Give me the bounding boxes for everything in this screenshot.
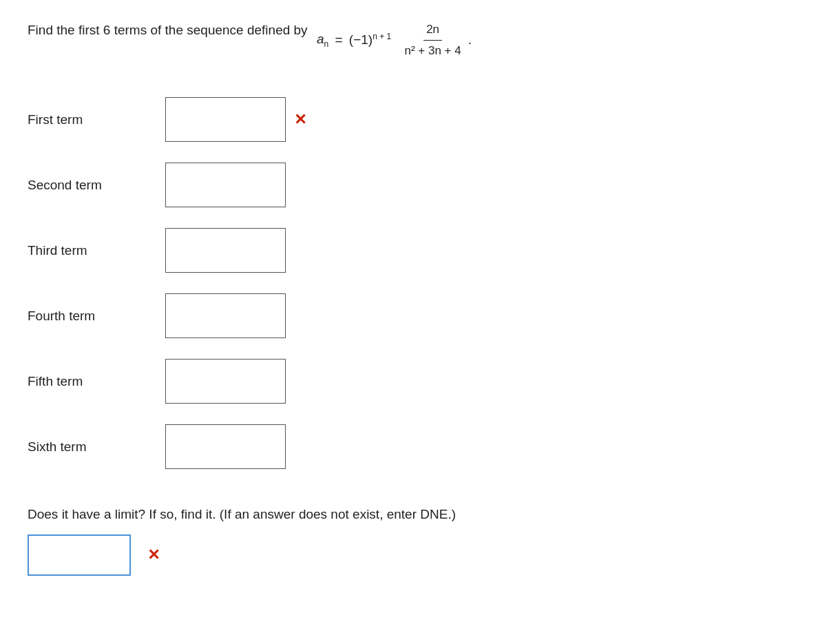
term-label-sixth: Sixth term: [28, 439, 165, 455]
term-input-second[interactable]: [165, 163, 286, 207]
formula-subscript-n: n: [324, 39, 328, 49]
term-input-fourth[interactable]: [165, 293, 286, 338]
problem-intro: Find the first 6 terms of the sequence d…: [28, 21, 308, 41]
math-formula: an = (−1)n + 1 2n n² + 3n + 4 .: [317, 21, 472, 59]
problem-statement: Find the first 6 terms of the sequence d…: [28, 21, 812, 59]
terms-grid: First term ✕ Second term Third term Four…: [28, 87, 812, 479]
term-label-second: Second term: [28, 178, 165, 193]
term-label-fourth: Fourth term: [28, 309, 165, 324]
term-label-first: First term: [28, 112, 165, 127]
term-input-third[interactable]: [165, 228, 286, 273]
x-mark-first: ✕: [294, 111, 306, 129]
limit-section: Does it have a limit? If so, find it. (I…: [28, 507, 812, 576]
term-row-fourth: Fourth term: [28, 283, 812, 349]
term-row-fifth: Fifth term: [28, 349, 812, 414]
formula-base: (−1)n + 1: [349, 30, 391, 50]
formula-fraction: 2n n² + 3n + 4: [401, 21, 463, 59]
limit-question: Does it have a limit? If so, find it. (I…: [28, 507, 812, 522]
limit-input[interactable]: [28, 534, 131, 576]
term-input-fifth[interactable]: [165, 359, 286, 404]
formula-exponent: n + 1: [372, 32, 391, 41]
term-row-sixth: Sixth term: [28, 414, 812, 479]
term-label-third: Third term: [28, 243, 165, 258]
fraction-numerator: 2n: [423, 21, 442, 41]
term-label-fifth: Fifth term: [28, 374, 165, 389]
term-row-third: Third term: [28, 218, 812, 283]
term-input-first[interactable]: [165, 97, 286, 142]
x-mark-limit: ✕: [147, 546, 160, 564]
limit-input-row: ✕: [28, 534, 812, 576]
term-input-sixth[interactable]: [165, 424, 286, 469]
formula-a: an: [317, 30, 328, 50]
fraction-denominator: n² + 3n + 4: [401, 41, 463, 60]
term-row-first: First term ✕: [28, 87, 812, 152]
formula-period: .: [468, 30, 472, 50]
term-row-second: Second term: [28, 152, 812, 218]
